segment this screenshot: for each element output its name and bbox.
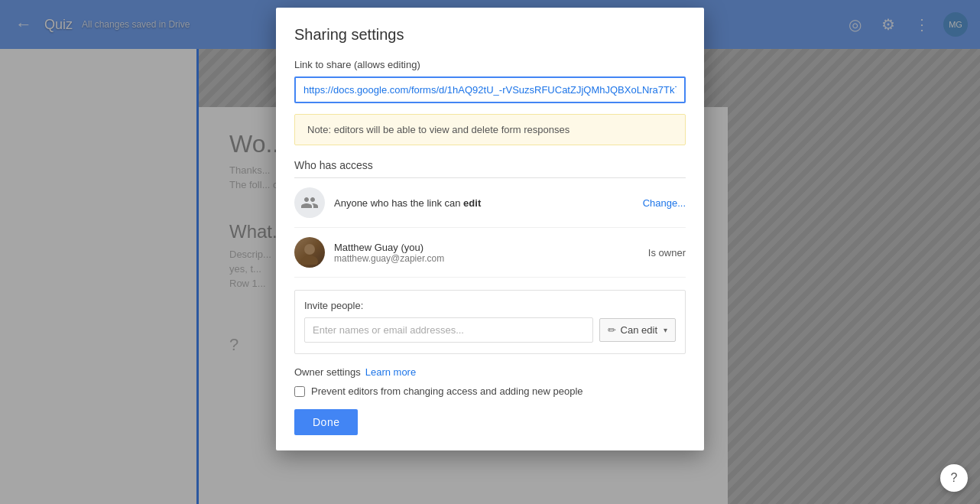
prevent-editors-label[interactable]: Prevent editors from changing access and…	[311, 385, 583, 397]
owner-role: Is owner	[648, 247, 686, 259]
svg-point-1	[301, 255, 318, 265]
link-label: Link to share (allows editing)	[294, 59, 686, 70]
modal-overlay: Sharing settings Link to share (allows e…	[0, 0, 980, 504]
chevron-down-icon: ▾	[664, 326, 667, 334]
share-link-input[interactable]	[294, 76, 686, 103]
who-has-access-label: Who has access	[294, 159, 686, 178]
owner-settings-row: Owner settings Learn more	[294, 366, 686, 378]
done-button[interactable]: Done	[294, 409, 358, 435]
owner-info: Matthew Guay (you) matthew.guay@zapier.c…	[334, 242, 639, 264]
invite-row: ✏ Can edit ▾	[304, 317, 676, 343]
question-mark-icon: ?	[951, 471, 958, 485]
owner-avatar	[294, 237, 325, 268]
access-row-owner: Matthew Guay (you) matthew.guay@zapier.c…	[294, 228, 686, 278]
sharing-settings-dialog: Sharing settings Link to share (allows e…	[276, 8, 704, 450]
prevent-editors-checkbox[interactable]	[294, 386, 305, 397]
owner-name: Matthew Guay (you)	[334, 242, 639, 253]
change-access-button[interactable]: Change...	[643, 197, 686, 209]
link-access-info: Anyone who has the link can edit	[334, 197, 634, 209]
help-button[interactable]: ?	[940, 464, 968, 492]
owner-email: matthew.guay@zapier.com	[334, 253, 639, 264]
learn-more-link[interactable]: Learn more	[365, 366, 416, 378]
owner-settings-label: Owner settings	[294, 366, 361, 378]
prevent-editors-row: Prevent editors from changing access and…	[294, 385, 686, 397]
can-edit-button[interactable]: ✏ Can edit ▾	[599, 318, 676, 342]
svg-point-0	[304, 244, 315, 255]
access-row-link: Anyone who has the link can edit Change.…	[294, 178, 686, 228]
invite-label: Invite people:	[304, 300, 676, 311]
invite-input[interactable]	[304, 317, 593, 343]
link-access-text: Anyone who has the link can edit	[334, 197, 481, 209]
pencil-icon: ✏	[608, 324, 616, 336]
invite-section: Invite people: ✏ Can edit ▾	[294, 290, 686, 354]
group-icon	[294, 187, 325, 218]
note-box: Note: editors will be able to view and d…	[294, 114, 686, 145]
dialog-title: Sharing settings	[294, 26, 686, 44]
can-edit-label: Can edit	[621, 324, 657, 336]
note-text: Note: editors will be able to view and d…	[307, 124, 570, 135]
